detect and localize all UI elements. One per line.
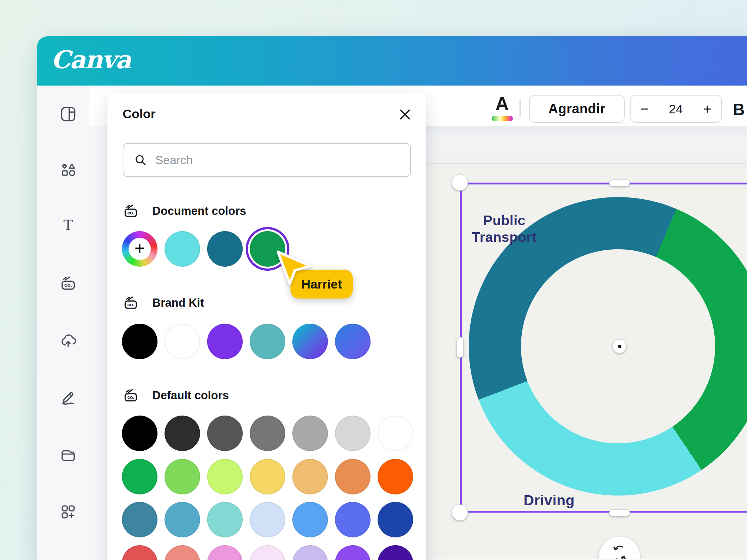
- color-swatch[interactable]: [207, 324, 243, 359]
- section-default-colors: co. Default colors: [123, 387, 229, 404]
- section-document-colors: co. Document colors: [123, 203, 246, 219]
- text-color-button[interactable]: A: [489, 93, 515, 121]
- color-swatch[interactable]: [378, 545, 413, 560]
- svg-text:co.: co.: [127, 302, 135, 307]
- color-swatch[interactable]: [335, 459, 371, 494]
- sidebar-item-uploads[interactable]: [59, 332, 77, 350]
- color-swatch[interactable]: [250, 502, 285, 537]
- color-panel: Color co. Document colors +: [107, 93, 426, 560]
- font-size-value[interactable]: 24: [669, 102, 683, 116]
- brand-kit-icon: co.: [59, 274, 77, 292]
- font-size-increase-button[interactable]: +: [703, 102, 711, 116]
- app-window: Canva T co.: [37, 36, 747, 560]
- upload-cloud-icon: [59, 332, 77, 350]
- plus-icon: +: [129, 238, 151, 260]
- color-swatch[interactable]: [165, 416, 200, 451]
- color-swatch[interactable]: [207, 545, 243, 560]
- color-swatch[interactable]: [207, 459, 243, 494]
- draw-pen-icon: [59, 388, 77, 406]
- section-label: Brand Kit: [152, 296, 204, 310]
- close-icon[interactable]: [398, 107, 412, 121]
- color-swatch[interactable]: [165, 502, 200, 537]
- toolbar-divider: [519, 100, 521, 117]
- font-size-decrease-button[interactable]: −: [640, 102, 648, 116]
- panel-title: Color: [123, 107, 156, 121]
- color-swatch[interactable]: [165, 459, 200, 494]
- svg-text:T: T: [63, 217, 73, 233]
- text-color-letter: A: [489, 93, 515, 114]
- elements-icon: [59, 161, 77, 179]
- color-swatch[interactable]: [335, 502, 371, 537]
- color-swatch[interactable]: [207, 502, 243, 537]
- apps-grid-icon: [59, 503, 77, 521]
- color-swatch[interactable]: [165, 231, 200, 267]
- color-swatch[interactable]: [122, 502, 157, 537]
- color-swatch[interactable]: [378, 416, 413, 451]
- brand-folder-icon: co.: [123, 387, 139, 404]
- sidebar-item-projects[interactable]: [59, 446, 77, 464]
- color-swatch[interactable]: [292, 459, 328, 494]
- color-swatch[interactable]: [292, 502, 328, 537]
- font-family-button[interactable]: Agrandir: [529, 95, 625, 123]
- color-swatch[interactable]: [165, 545, 200, 560]
- sidebar-item-elements[interactable]: [59, 161, 77, 179]
- rainbow-underline: [492, 116, 513, 121]
- color-swatch[interactable]: [122, 545, 157, 560]
- folder-icon: [59, 446, 77, 464]
- selection-box: [460, 183, 747, 513]
- selection-handle-bottom-left[interactable]: [452, 504, 468, 521]
- search-input[interactable]: [155, 153, 378, 167]
- color-swatch[interactable]: [250, 324, 285, 359]
- text-icon: T: [59, 216, 77, 234]
- font-family-value: Agrandir: [548, 101, 605, 117]
- font-size-stepper: − 24 +: [630, 95, 722, 123]
- rotate-icon: [610, 543, 629, 559]
- design-icon: [59, 105, 77, 123]
- color-swatch[interactable]: [122, 459, 157, 494]
- color-swatch[interactable]: [122, 324, 157, 359]
- svg-text:co.: co.: [127, 210, 135, 216]
- search-box[interactable]: [123, 143, 411, 177]
- color-swatch[interactable]: [165, 324, 200, 359]
- gradient-swatch[interactable]: [292, 324, 328, 359]
- sidebar-item-apps[interactable]: [59, 503, 77, 521]
- selection-handle-top[interactable]: [609, 179, 630, 186]
- selection-handle-bottom[interactable]: [609, 509, 630, 516]
- color-swatch[interactable]: [250, 545, 285, 560]
- collaborator-cursor-icon: [276, 249, 310, 287]
- document-colors-row: +: [122, 231, 285, 267]
- color-swatch[interactable]: [122, 416, 157, 451]
- color-swatch[interactable]: [250, 459, 285, 494]
- default-colors-row: [122, 416, 413, 451]
- brand-folder-icon: co.: [123, 203, 139, 219]
- default-colors-row: [122, 459, 413, 494]
- color-swatch[interactable]: [292, 416, 328, 451]
- selection-handle-top-left[interactable]: [452, 174, 468, 191]
- gradient-swatch[interactable]: [335, 324, 371, 359]
- selection-handle-left[interactable]: [456, 337, 464, 358]
- search-icon: [134, 153, 147, 167]
- section-label: Document colors: [152, 204, 246, 218]
- sidebar-item-draw[interactable]: [59, 388, 77, 406]
- section-label: Default colors: [152, 389, 229, 402]
- sidebar-item-brand[interactable]: co.: [59, 274, 77, 292]
- default-colors-row: [122, 502, 413, 537]
- default-colors-row: [122, 545, 413, 560]
- add-color-button[interactable]: +: [122, 231, 157, 267]
- bold-button[interactable]: B: [733, 100, 745, 119]
- color-swatch[interactable]: [378, 459, 413, 494]
- color-swatch[interactable]: [335, 545, 371, 560]
- top-bar: Canva: [37, 36, 747, 86]
- color-swatch[interactable]: [335, 416, 371, 451]
- color-swatch[interactable]: [250, 416, 285, 451]
- color-swatch[interactable]: [292, 545, 328, 560]
- chart-center-handle[interactable]: [612, 339, 627, 353]
- color-swatch[interactable]: [207, 231, 243, 267]
- brand-kit-row: [122, 324, 371, 359]
- sidebar-item-design[interactable]: [59, 105, 77, 123]
- canva-logo[interactable]: Canva: [51, 45, 130, 74]
- color-swatch[interactable]: [378, 502, 413, 537]
- sidebar-item-text[interactable]: T: [59, 216, 77, 234]
- brand-folder-icon: co.: [123, 295, 139, 311]
- color-swatch[interactable]: [207, 416, 243, 451]
